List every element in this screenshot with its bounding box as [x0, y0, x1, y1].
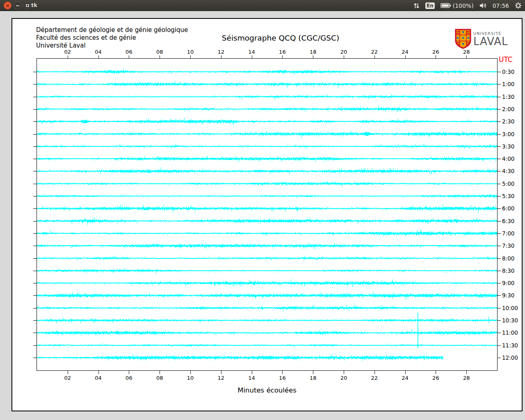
x-tick-label-bottom: 16 — [275, 375, 289, 381]
x-tick-label-top: 02 — [61, 49, 75, 55]
x-tick-label-top: 08 — [153, 49, 167, 55]
x-tick-label-top: 24 — [398, 49, 412, 55]
x-tick-bottom — [190, 371, 191, 374]
row-tick-right — [498, 84, 501, 84]
row-tick-left — [33, 84, 37, 84]
utc-row-label: 0:30 — [502, 68, 514, 75]
x-tick-label-top: 28 — [459, 49, 473, 55]
row-tick-right — [498, 258, 501, 259]
x-tick-label-bottom: 10 — [183, 375, 197, 381]
seismogram-traces-canvas — [37, 59, 497, 370]
row-tick-left — [33, 320, 37, 321]
battery-indicator[interactable]: (100%) — [441, 2, 474, 9]
institution-line-1: Département de géologie et de génie géol… — [36, 26, 188, 34]
x-tick-label-bottom: 24 — [398, 375, 412, 381]
maximize-button[interactable] — [23, 2, 31, 9]
system-tray: En (100%) 07:56 — [413, 0, 522, 11]
row-tick-right — [498, 121, 501, 122]
row-tick-right — [498, 295, 501, 296]
x-tick-label-bottom: 18 — [306, 375, 320, 381]
row-tick-left — [33, 171, 37, 171]
laval-shield-icon — [454, 29, 472, 49]
x-tick-top — [190, 55, 191, 59]
battery-icon — [441, 3, 451, 8]
row-tick-left — [33, 295, 37, 296]
row-tick-right — [498, 221, 501, 221]
x-tick-bottom — [160, 371, 160, 374]
x-tick-label-top: 04 — [91, 49, 105, 55]
row-tick-left — [33, 333, 37, 333]
x-tick-top — [221, 55, 221, 59]
x-tick-top — [68, 55, 68, 59]
x-tick-label-bottom: 22 — [368, 375, 381, 381]
x-tick-top — [282, 55, 283, 59]
utc-row-label: 2:00 — [502, 106, 514, 112]
row-tick-right — [498, 184, 501, 184]
row-tick-left — [33, 258, 37, 259]
row-tick-left — [33, 271, 37, 271]
utc-row-label: 5:00 — [502, 180, 514, 187]
desktop-screen: × tk En — [0, 0, 525, 420]
row-tick-left — [33, 184, 37, 184]
battery-label: (100%) — [453, 2, 474, 9]
x-tick-top — [405, 55, 406, 59]
row-tick-right — [498, 233, 501, 234]
x-tick-label-top: 10 — [183, 49, 197, 55]
utc-row-label: 7:30 — [502, 242, 514, 249]
volume-icon[interactable] — [479, 2, 487, 9]
x-tick-bottom — [344, 371, 344, 374]
session-gear-icon[interactable] — [515, 2, 522, 9]
clock[interactable]: 07:56 — [493, 2, 509, 9]
row-tick-right — [498, 308, 501, 308]
x-tick-top — [252, 55, 252, 59]
institution-block: Département de géologie et de génie géol… — [36, 26, 188, 50]
utc-axis-title: UTC — [499, 55, 513, 64]
utc-row-label: 6:00 — [502, 205, 514, 212]
x-tick-label-top: 26 — [429, 49, 443, 55]
utc-row-label: 6:30 — [502, 218, 514, 224]
network-arrows-icon[interactable] — [413, 2, 420, 9]
keyboard-layout-indicator[interactable]: En — [425, 2, 435, 9]
utc-row-label: 1:30 — [502, 94, 514, 100]
x-tick-label-bottom: 02 — [61, 375, 75, 381]
utc-row-label: 11:00 — [502, 329, 518, 336]
x-tick-label-bottom: 06 — [122, 375, 136, 381]
x-tick-label-bottom: 28 — [459, 375, 473, 381]
minimize-button[interactable] — [14, 2, 21, 9]
row-tick-left — [33, 221, 37, 221]
titlebar[interactable]: × tk En — [0, 0, 525, 11]
row-tick-left — [33, 97, 37, 97]
row-tick-right — [498, 246, 501, 246]
x-tick-bottom — [436, 371, 436, 374]
x-tick-label-bottom: 04 — [91, 375, 105, 381]
x-tick-label-bottom: 14 — [245, 375, 259, 381]
x-tick-top — [344, 55, 344, 59]
university-laval-logo: UNIVERSITÉ LAVAL — [454, 29, 512, 50]
row-tick-right — [498, 283, 501, 283]
row-tick-left — [33, 358, 37, 358]
utc-row-label: 3:00 — [502, 131, 514, 137]
row-tick-left — [33, 121, 37, 122]
x-tick-bottom — [129, 371, 129, 374]
utc-row-label: 10:30 — [502, 317, 518, 324]
utc-row-label: 4:30 — [502, 168, 514, 174]
row-tick-left — [33, 109, 37, 110]
utc-row-label: 2:30 — [502, 118, 514, 125]
x-tick-label-top: 14 — [245, 49, 259, 55]
row-tick-left — [33, 146, 37, 147]
utc-row-label: 11:30 — [502, 342, 518, 349]
x-tick-label-top: 06 — [122, 49, 136, 55]
row-tick-left — [33, 233, 37, 234]
close-button[interactable]: × — [4, 2, 11, 9]
row-tick-left — [33, 308, 37, 308]
x-tick-label-top: 18 — [306, 49, 320, 55]
x-tick-top — [466, 55, 467, 59]
close-icon: × — [5, 3, 10, 8]
row-tick-left — [33, 159, 37, 159]
x-tick-label-top: 12 — [214, 49, 228, 55]
x-tick-top — [313, 55, 313, 59]
x-tick-top — [129, 55, 129, 59]
x-tick-bottom — [405, 371, 406, 374]
x-tick-bottom — [252, 371, 252, 374]
x-tick-top — [436, 55, 436, 59]
